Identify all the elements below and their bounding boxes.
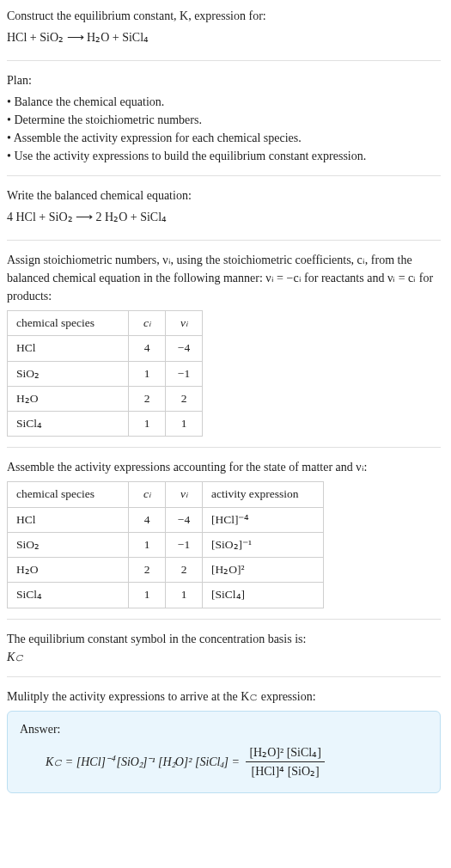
cell-species: HCl [8, 336, 129, 361]
cell-activity: [SiO₂]⁻¹ [203, 532, 324, 557]
table-row: H₂O 2 2 [H₂O]² [8, 558, 324, 583]
activity-heading: Assemble the activity expressions accoun… [7, 458, 441, 476]
plan-item: Assemble the activity expression for eac… [7, 129, 441, 147]
prompt-section: Construct the equilibrium constant, K, e… [7, 7, 441, 61]
prompt-heading-text: Construct the equilibrium constant, K, e… [7, 9, 266, 22]
cell-c: 1 [129, 412, 166, 437]
table-row: HCl 4 −4 [8, 336, 203, 361]
cell-v: −1 [166, 532, 203, 557]
cell-c: 1 [129, 532, 166, 557]
balanced-heading: Write the balanced chemical equation: [7, 186, 441, 205]
table-row: SiO₂ 1 −1 [8, 361, 203, 386]
cell-v: −4 [166, 336, 203, 361]
cell-species: H₂O [8, 558, 129, 583]
table-row: H₂O 2 2 [8, 386, 203, 411]
cell-c: 1 [129, 361, 166, 386]
activity-table: chemical species cᵢ νᵢ activity expressi… [7, 481, 324, 608]
cell-species: SiCl₄ [8, 412, 129, 437]
plan-list: Balance the chemical equation. Determine… [7, 93, 441, 165]
table-row: HCl 4 −4 [HCl]⁻⁴ [8, 507, 324, 532]
answer-lhs: K𝚌 = [HCl]⁻⁴ [SiO₂]⁻¹ [H₂O]² [SiCl₄] = [46, 753, 240, 771]
balanced-section: Write the balanced chemical equation: 4 … [7, 186, 441, 241]
cell-v: 2 [166, 558, 203, 583]
cell-c: 2 [129, 386, 166, 411]
table-row: SiCl₄ 1 1 [SiCl₄] [8, 583, 324, 608]
stoich-section: Assign stoichiometric numbers, νᵢ, using… [7, 251, 441, 448]
col-v: νᵢ [166, 311, 203, 336]
unbalanced-equation: HCl + SiO₂ ⟶ H₂O + SiCl₄ [7, 28, 441, 46]
cell-v: 1 [166, 583, 203, 608]
cell-species: SiO₂ [8, 532, 129, 557]
cell-c: 2 [129, 558, 166, 583]
cell-species: HCl [8, 507, 129, 532]
cell-c: 1 [129, 583, 166, 608]
plan-heading: Plan: [7, 71, 441, 89]
col-activity: activity expression [203, 482, 324, 507]
cell-v: 1 [166, 412, 203, 437]
kc-symbol-line2: K𝚌 [7, 648, 441, 666]
cell-v: 2 [166, 386, 203, 411]
answer-numerator: [H₂O]² [SiCl₄] [246, 743, 324, 762]
cell-activity: [SiCl₄] [203, 583, 324, 608]
cell-v: −4 [166, 507, 203, 532]
cell-species: H₂O [8, 386, 129, 411]
col-v: νᵢ [166, 482, 203, 507]
balanced-equation: 4 HCl + SiO₂ ⟶ 2 H₂O + SiCl₄ [7, 208, 441, 226]
table-header-row: chemical species cᵢ νᵢ activity expressi… [8, 482, 324, 507]
answer-fraction: [H₂O]² [SiCl₄] [HCl]⁴ [SiO₂] [246, 743, 324, 780]
plan-item: Determine the stoichiometric numbers. [7, 111, 441, 129]
cell-activity: [H₂O]² [203, 558, 324, 583]
col-species: chemical species [8, 311, 129, 336]
prompt-heading: Construct the equilibrium constant, K, e… [7, 7, 441, 25]
kc-symbol-line1: The equilibrium constant symbol in the c… [7, 630, 441, 648]
table-row: SiCl₄ 1 1 [8, 412, 203, 437]
stoich-table: chemical species cᵢ νᵢ HCl 4 −4 SiO₂ 1 −… [7, 310, 203, 437]
activity-section: Assemble the activity expressions accoun… [7, 458, 441, 619]
cell-species: SiCl₄ [8, 583, 129, 608]
table-header-row: chemical species cᵢ νᵢ [8, 311, 203, 336]
col-c: cᵢ [129, 482, 166, 507]
table-row: SiO₂ 1 −1 [SiO₂]⁻¹ [8, 532, 324, 557]
cell-v: −1 [166, 361, 203, 386]
page: Construct the equilibrium constant, K, e… [0, 0, 451, 831]
answer-label: Answer: [20, 720, 428, 738]
plan-section: Plan: Balance the chemical equation. Det… [7, 71, 441, 176]
answer-box: Answer: K𝚌 = [HCl]⁻⁴ [SiO₂]⁻¹ [H₂O]² [Si… [7, 711, 441, 793]
answer-denominator: [HCl]⁴ [SiO₂] [246, 762, 324, 780]
answer-expression: K𝚌 = [HCl]⁻⁴ [SiO₂]⁻¹ [H₂O]² [SiCl₄] = [… [20, 743, 428, 780]
final-section: Mulitply the activity expressions to arr… [7, 688, 441, 804]
plan-item: Use the activity expressions to build th… [7, 147, 441, 165]
stoich-heading: Assign stoichiometric numbers, νᵢ, using… [7, 251, 441, 305]
final-heading: Mulitply the activity expressions to arr… [7, 688, 441, 706]
col-species: chemical species [8, 482, 129, 507]
plan-item: Balance the chemical equation. [7, 93, 441, 111]
col-c: cᵢ [129, 311, 166, 336]
cell-species: SiO₂ [8, 361, 129, 386]
cell-activity: [HCl]⁻⁴ [203, 507, 324, 532]
cell-c: 4 [129, 336, 166, 361]
kc-symbol-section: The equilibrium constant symbol in the c… [7, 630, 441, 677]
cell-c: 4 [129, 507, 166, 532]
